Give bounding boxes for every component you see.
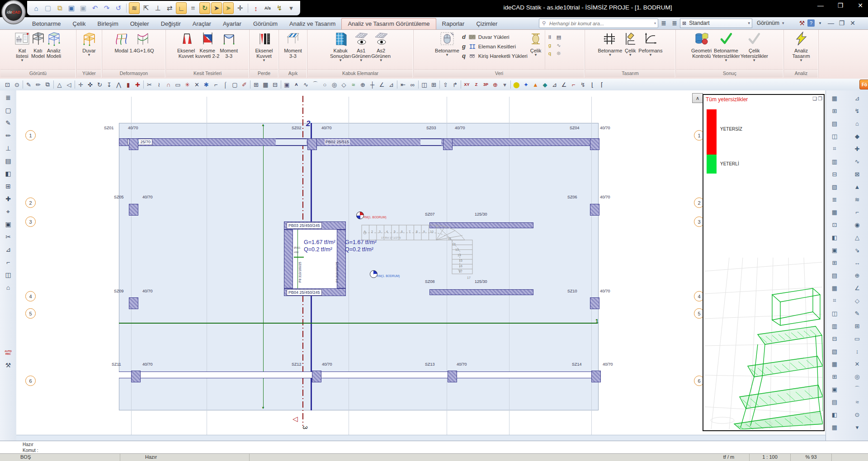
column[interactable]: [590, 138, 599, 150]
undo-list-icon[interactable]: ↺: [113, 2, 124, 14]
toolbar-icon[interactable]: 3P: [481, 80, 491, 89]
collapse-button[interactable]: ∧: [692, 93, 703, 103]
standart-combo[interactable]: ⊠ Standart ▾: [680, 19, 752, 28]
left-toolbar-icon[interactable]: ✂: [2, 231, 14, 242]
right-toolbar-icon[interactable]: ⊠: [852, 169, 862, 179]
left-toolbar-icon[interactable]: ⊞: [2, 181, 14, 192]
autosnap-icon[interactable]: A/s: [262, 2, 273, 14]
ribbon-button-kat-[interactable]: KatıModel: [30, 30, 46, 69]
help-dropdown-icon[interactable]: ▾: [815, 21, 826, 25]
ribbon-button-moment[interactable]: Moment3-3: [284, 30, 302, 69]
right-toolbar-icon[interactable]: ⊞: [830, 372, 840, 381]
right-toolbar-icon[interactable]: ▤: [830, 397, 840, 407]
right-toolbar-icon[interactable]: ✚: [852, 144, 862, 154]
column[interactable]: [129, 138, 138, 150]
left-toolbar-icon[interactable]: ⊿: [2, 244, 14, 255]
toolbar-icon[interactable]: ◎: [330, 80, 339, 89]
tools-icon[interactable]: ⚒: [2, 360, 14, 371]
right-toolbar-icon[interactable]: ↕: [852, 346, 862, 356]
left-toolbar-icon[interactable]: ▣: [2, 219, 14, 230]
right-toolbar-icon[interactable]: ⊟: [830, 334, 840, 343]
toolbar-icon[interactable]: △: [55, 80, 64, 89]
save-all-icon[interactable]: ▣: [78, 2, 89, 14]
ribbon-button--elik[interactable]: ÇelikYetersizlikler▼: [741, 30, 768, 69]
left-toolbar-icon[interactable]: ≣: [2, 92, 14, 103]
right-toolbar-icon[interactable]: ⊞: [830, 106, 840, 116]
right-toolbar-icon[interactable]: ⌒: [852, 384, 862, 394]
ribbon-button-betonarme[interactable]: BetonarmeYetersizlikler▼: [712, 30, 740, 69]
open-file-icon[interactable]: ⧉: [54, 2, 65, 14]
help-icon[interactable]: ?: [807, 19, 815, 27]
save-icon[interactable]: ▣: [66, 2, 77, 14]
right-toolbar-icon[interactable]: ◫: [830, 308, 840, 318]
ribbon-button-eksenel[interactable]: EksenelKuvvet: [177, 30, 195, 69]
ribbon-button-kesme[interactable]: Kesmekuvveti 2-2: [195, 30, 219, 69]
ribbon-button-1-4g-1-6q[interactable]: 1.4G+1.6Q: [129, 30, 154, 69]
right-toolbar-icon[interactable]: ✎: [852, 308, 862, 318]
left-toolbar-icon[interactable]: ◫: [2, 269, 14, 280]
toolbar-icon[interactable]: ⌐: [569, 80, 578, 89]
left-toolbar-icon[interactable]: ✏: [2, 130, 14, 141]
toolbar-icon[interactable]: ↱: [450, 80, 460, 89]
left-toolbar-icon[interactable]: ◧: [2, 168, 14, 179]
toolbar-icon[interactable]: ▢: [230, 80, 240, 89]
ribbon-button-analiz[interactable]: AnalizTasarım▼: [792, 30, 810, 69]
veri-mini-icon[interactable]: g: [545, 41, 554, 49]
right-toolbar-icon[interactable]: ≋: [852, 194, 862, 204]
toolbar-icon[interactable]: ⧉: [43, 80, 52, 89]
toolbar-icon[interactable]: ∩: [164, 80, 173, 89]
right-toolbar-icon[interactable]: ⊡: [830, 220, 840, 230]
toolbar-icon[interactable]: ⊿: [387, 80, 396, 89]
toolbar-icon[interactable]: ∠: [559, 80, 569, 89]
toolbar-icon[interactable]: ⊙: [12, 80, 22, 89]
right-toolbar-icon[interactable]: ▧: [830, 346, 840, 356]
right-toolbar-icon[interactable]: ⊿: [852, 93, 862, 103]
column[interactable]: [129, 204, 138, 216]
tab--elik[interactable]: Çelik: [67, 19, 92, 29]
mdi-minimize-icon[interactable]: —: [826, 19, 836, 27]
right-toolbar-icon[interactable]: ↔: [852, 258, 862, 268]
toolbar-icon[interactable]: ✱: [202, 80, 211, 89]
auto-rebar-icon[interactable]: AUTO RBC: [2, 347, 14, 358]
right-toolbar-icon[interactable]: ▥: [830, 321, 840, 331]
toolbar-icon[interactable]: ◁: [64, 80, 74, 89]
right-toolbar-icon[interactable]: ⌗: [830, 296, 840, 306]
left-toolbar-icon[interactable]: ✚: [2, 193, 14, 204]
right-toolbar-icon[interactable]: ⊞: [852, 321, 862, 331]
right-toolbar-icon[interactable]: ◎: [852, 372, 862, 381]
toolbar-icon[interactable]: ⊕: [491, 80, 500, 89]
layer-stack2-icon[interactable]: ≣: [669, 19, 680, 27]
right-toolbar-icon[interactable]: ▾: [852, 422, 862, 432]
toolbar-icon[interactable]: ✦: [521, 80, 531, 89]
toolbar-icon[interactable]: ▾: [500, 80, 509, 89]
right-toolbar-icon[interactable]: ◧: [830, 409, 840, 419]
right-toolbar-icon[interactable]: ◧: [830, 232, 840, 242]
ribbon-button-as2[interactable]: As2Görünen▼: [371, 30, 391, 69]
tab-raporlar[interactable]: Raporlar: [436, 19, 471, 29]
search-input[interactable]: [548, 20, 652, 27]
column[interactable]: [312, 371, 321, 382]
fo-button[interactable]: Fö: [859, 80, 868, 89]
veri-mini-icon[interactable]: q: [545, 49, 554, 57]
tab-betonarme[interactable]: Betonarme: [26, 19, 67, 29]
redo-icon[interactable]: ↷: [101, 2, 112, 14]
right-toolbar-icon[interactable]: ⊙: [852, 409, 862, 419]
toolbar-icon[interactable]: ⌒: [311, 80, 320, 89]
right-toolbar-icon[interactable]: ▣: [830, 245, 840, 255]
right-toolbar-icon[interactable]: ▦: [830, 283, 840, 293]
column[interactable]: [590, 297, 599, 309]
quick-analysis-icon[interactable]: ↯: [274, 2, 285, 14]
toolbar-icon[interactable]: ∞: [408, 80, 417, 89]
ribbon-button-betonarme[interactable]: Betonarme▼: [435, 30, 459, 69]
tab-ara-lar[interactable]: Araçlar: [187, 19, 217, 29]
veri-row-g[interactable]: gEleman Kesitleri: [462, 42, 528, 51]
toolbar-icon[interactable]: ↯: [578, 80, 588, 89]
left-toolbar-icon[interactable]: ▢: [2, 105, 14, 116]
panel-restore-icon[interactable]: ❏: [812, 96, 817, 102]
right-toolbar-icon[interactable]: ▦: [830, 422, 840, 432]
mdi-close-icon[interactable]: ✕: [847, 19, 858, 27]
toolbar-icon[interactable]: ⬤: [512, 80, 521, 89]
toolbar-icon[interactable]: A: [292, 80, 301, 89]
toolbar-icon[interactable]: ▭: [173, 80, 183, 89]
column[interactable]: [590, 204, 599, 216]
